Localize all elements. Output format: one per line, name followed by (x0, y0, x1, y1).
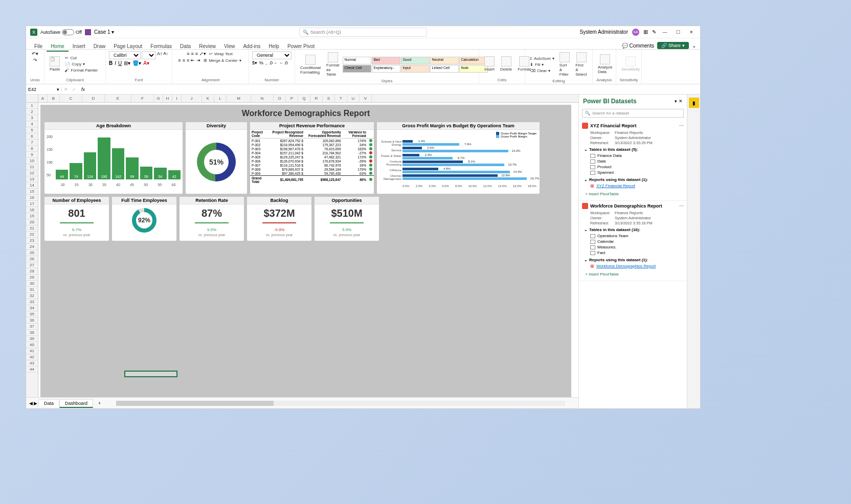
cells-area[interactable]: Workforce Demographics Report Age Breakd… (38, 103, 578, 397)
filename[interactable]: Case 1 ▾ (94, 29, 114, 35)
col-J[interactable]: J (182, 95, 202, 102)
insert-pivot-button[interactable]: Insert PivotTable (585, 192, 684, 196)
pen-icon[interactable]: ✎ (652, 29, 656, 35)
report-link[interactable]: ▦XYZ Financial Report (590, 183, 684, 189)
row-22[interactable]: 22 (26, 232, 38, 238)
col-C[interactable]: C (60, 95, 82, 102)
col-T[interactable]: T (335, 95, 347, 102)
tables-toggle[interactable]: ⌄Tables in this dataset (10): (584, 227, 684, 232)
col-L[interactable]: L (214, 95, 227, 102)
panel-close[interactable]: ✕ (679, 99, 683, 104)
dataset-search[interactable]: 🔍 Search for a dataset (582, 109, 684, 118)
sheet-nav-prev[interactable]: ◀ (29, 401, 33, 406)
toggle-pill[interactable] (62, 29, 74, 35)
row-4[interactable]: 4 (26, 121, 38, 127)
decrease-font[interactable]: A↓ (164, 51, 168, 59)
clear-button[interactable]: ⌫ Clear ▾ (528, 68, 556, 74)
new-sheet-button[interactable]: + (94, 401, 105, 406)
row-6[interactable]: 6 (26, 133, 38, 140)
italic-button[interactable]: I (115, 60, 116, 66)
comments-button[interactable]: 💬 Comments (622, 43, 654, 49)
bold-button[interactable]: B (109, 60, 113, 66)
sort-filter-button[interactable]: Sort & Filter (557, 51, 572, 78)
row-12[interactable]: 12 (26, 170, 38, 176)
col-F[interactable]: F (131, 95, 154, 102)
rail-powerbi-icon[interactable]: ▮ (689, 98, 699, 108)
row-headers[interactable]: 1234567891011121314151617181920212223242… (26, 103, 38, 397)
increase-font[interactable]: A↑ (157, 51, 163, 59)
style-checkcell[interactable]: Check Cell (343, 65, 371, 73)
ribbon-collapse[interactable]: ⌄ (692, 43, 696, 49)
row-44[interactable]: 44 (26, 366, 38, 373)
currency-button[interactable]: $▾ (252, 60, 257, 65)
cond-fmt-button[interactable]: Conditional Formatting (298, 54, 323, 76)
format-painter-button[interactable]: 🖌 Format Painter (63, 67, 99, 73)
style-linkedcell[interactable]: Linked Cell (430, 65, 459, 73)
col-Q[interactable]: Q (298, 95, 310, 102)
cut-button[interactable]: ✂ Cut (63, 55, 99, 61)
tables-toggle[interactable]: ⌄Tables in this dataset (5): (584, 147, 684, 152)
row-39[interactable]: 39 (26, 336, 38, 342)
cloud-icon[interactable]: ⊞ (643, 29, 648, 35)
row-19[interactable]: 19 (26, 213, 38, 219)
fmt-table-button[interactable]: Format as Table (324, 51, 341, 78)
indent-dec[interactable]: ⇤ (191, 58, 195, 63)
close-button[interactable]: ✕ (687, 29, 696, 36)
select-all-corner[interactable] (26, 95, 38, 102)
row-42[interactable]: 42 (26, 354, 38, 360)
cancel-formula[interactable]: ✕ (62, 87, 70, 92)
row-18[interactable]: 18 (26, 207, 38, 213)
autosum-button[interactable]: Σ AutoSum ▾ (528, 56, 556, 61)
border-button[interactable]: ⊞▾ (124, 60, 130, 66)
sheet-tab-dashboard[interactable]: Dashboard (59, 399, 93, 408)
style-input[interactable]: Input (401, 65, 430, 73)
reports-toggle[interactable]: ⌄Reports using this dataset (1): (584, 258, 684, 262)
table-item[interactable]: Calendar (590, 239, 684, 244)
row-25[interactable]: 25 (26, 250, 38, 256)
col-O[interactable]: O (274, 95, 286, 102)
row-13[interactable]: 13 (26, 176, 38, 182)
row-2[interactable]: 2 (26, 109, 38, 115)
sheet-tab-data[interactable]: Data (38, 399, 59, 407)
maximize-button[interactable]: ☐ (674, 29, 683, 36)
col-M[interactable]: M (227, 95, 251, 102)
column-headers[interactable]: ABCDEFGHIJKLMNOPQRSTUV (26, 95, 578, 103)
col-B[interactable]: B (48, 95, 60, 102)
underline-button[interactable]: U (118, 60, 122, 66)
col-R[interactable]: R (310, 95, 323, 102)
paste-button[interactable]: 📋Paste (48, 55, 62, 73)
copy-button[interactable]: 📄 Copy ▾ (63, 61, 99, 67)
col-H[interactable]: H (163, 95, 172, 102)
align-top[interactable]: ≡ (187, 51, 189, 57)
style-explanatory[interactable]: Explanatory... (372, 65, 400, 73)
row-29[interactable]: 29 (26, 274, 38, 281)
row-24[interactable]: 24 (26, 244, 38, 250)
insert-cells-button[interactable]: Insert (482, 55, 497, 73)
dataset-header[interactable]: Workforce Demographics Report ⋯ (582, 203, 684, 209)
col-D[interactable]: D (82, 95, 105, 102)
col-P[interactable]: P (286, 95, 298, 102)
orient[interactable]: ⤢▾ (199, 51, 206, 57)
fx-icon[interactable]: fx (78, 87, 88, 92)
merge-button[interactable]: ⊞ Merge & Center ▾ (202, 58, 242, 63)
col-I[interactable]: I (172, 95, 182, 102)
undo-icon[interactable]: ↶▾ (32, 51, 38, 56)
row-9[interactable]: 9 (26, 152, 38, 158)
row-31[interactable]: 31 (26, 287, 38, 293)
col-S[interactable]: S (323, 95, 335, 102)
style-normal[interactable]: Normal (343, 57, 371, 64)
row-40[interactable]: 40 (26, 342, 38, 348)
table-item[interactable]: Fact (590, 250, 684, 256)
row-38[interactable]: 38 (26, 330, 38, 336)
redo-icon[interactable]: ↷ (33, 58, 37, 63)
save-icon[interactable] (85, 29, 91, 35)
dec-dec[interactable]: ←.0 (279, 60, 288, 65)
row-41[interactable]: 41 (26, 348, 38, 354)
row-35[interactable]: 35 (26, 311, 38, 317)
table-item[interactable]: Product (590, 164, 684, 170)
find-select-button[interactable]: Find & Select (573, 51, 589, 78)
minimize-button[interactable]: — (660, 29, 669, 36)
row-36[interactable]: 36 (26, 317, 38, 324)
font-size-select[interactable]: 11 (142, 51, 156, 59)
indent-inc[interactable]: ⇥ (196, 58, 200, 63)
